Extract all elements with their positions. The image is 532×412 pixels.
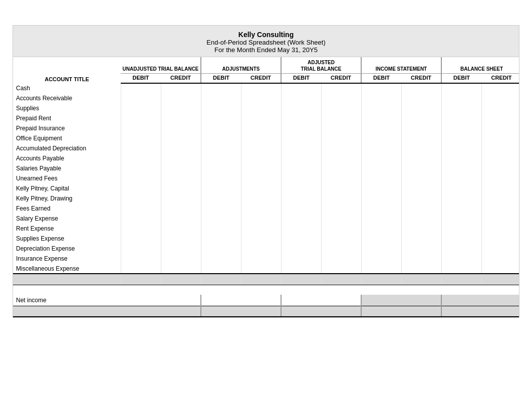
data-cell: [121, 234, 161, 244]
table-wrapper: ACCOUNT TITLE UNADJUSTED TRIAL BALANCE A…: [13, 57, 519, 317]
data-cell: [161, 214, 201, 224]
data-cell: [481, 173, 519, 183]
total-cell: [241, 274, 281, 285]
total-cell: [281, 274, 321, 285]
table-row: Rent Expense: [13, 224, 519, 234]
data-cell: [321, 214, 361, 224]
data-cell: [361, 93, 401, 103]
data-cell: [281, 234, 321, 244]
data-cell: [321, 173, 361, 183]
total-cell: [481, 274, 519, 285]
adj-credit-header: CREDIT: [241, 74, 281, 84]
income-stmt-header: INCOME STATEMENT: [361, 57, 441, 74]
data-cell: [281, 264, 321, 274]
data-cell: [241, 83, 281, 93]
data-cell: [281, 123, 321, 133]
data-cell: [321, 123, 361, 133]
account-name-cell: Rent Expense: [13, 224, 121, 234]
data-cell: [121, 183, 161, 193]
data-cell: [241, 153, 281, 163]
account-name-cell: Unearned Fees: [13, 173, 121, 183]
data-cell: [401, 254, 441, 264]
data-cell: [121, 103, 161, 113]
account-name-cell: Kelly Pitney, Capital: [13, 183, 121, 193]
data-cell: [161, 234, 201, 244]
page: Kelly Consulting End-of-Period Spreadshe…: [0, 0, 532, 412]
total-cell: [161, 274, 201, 285]
data-cell: [401, 83, 441, 93]
net-income-total-cell: [481, 306, 519, 317]
table-row: Unearned Fees: [13, 173, 519, 183]
data-cell: [241, 123, 281, 133]
data-cell: [321, 183, 361, 193]
period: For the Month Ended May 31, 20Y5: [13, 46, 519, 54]
data-cell: [361, 163, 401, 173]
data-cell: [441, 264, 481, 274]
data-cell: [201, 254, 241, 264]
data-cell: [161, 143, 201, 153]
data-cell: [441, 163, 481, 173]
data-cell: [121, 264, 161, 274]
data-cell: [481, 123, 519, 133]
data-cell: [401, 183, 441, 193]
data-cell: [401, 93, 441, 103]
data-cell: [281, 224, 321, 234]
data-cell: [281, 143, 321, 153]
header-section: Kelly Consulting End-of-Period Spreadshe…: [13, 26, 519, 57]
table-row: Office Equipment: [13, 133, 519, 143]
net-income-cell: [441, 295, 481, 306]
data-cell: [161, 173, 201, 183]
data-cell: [161, 153, 201, 163]
data-cell: [361, 203, 401, 214]
data-cell: [481, 103, 519, 113]
data-cell: [321, 234, 361, 244]
total-row: [13, 274, 519, 285]
data-cell: [441, 103, 481, 113]
data-cell: [241, 163, 281, 173]
data-cell: [201, 234, 241, 244]
account-title-col-header: ACCOUNT TITLE: [13, 57, 121, 83]
net-income-cell: [361, 295, 401, 306]
table-row: Cash: [13, 83, 519, 93]
data-cell: [361, 103, 401, 113]
data-cell: [161, 133, 201, 143]
data-cell: [321, 254, 361, 264]
data-cell: [361, 183, 401, 193]
table-row: Kelly Pitney, Drawing: [13, 193, 519, 203]
account-name-cell: Prepaid Rent: [13, 113, 121, 123]
data-cell: [441, 244, 481, 254]
data-cell: [201, 193, 241, 203]
data-cell: [161, 163, 201, 173]
data-cell: [321, 103, 361, 113]
total-cell: [201, 274, 241, 285]
data-cell: [241, 143, 281, 153]
data-cell: [361, 193, 401, 203]
data-cell: [121, 193, 161, 203]
data-cell: [241, 193, 281, 203]
data-cell: [241, 103, 281, 113]
data-cell: [361, 214, 401, 224]
data-cell: [361, 133, 401, 143]
data-cell: [201, 163, 241, 173]
data-cell: [481, 153, 519, 163]
data-cell: [481, 214, 519, 224]
net-income-cell: [481, 295, 519, 306]
data-cell: [441, 143, 481, 153]
data-cell: [281, 93, 321, 103]
total-cell: [441, 274, 481, 285]
total-cell: [321, 274, 361, 285]
data-cell: [281, 214, 321, 224]
data-cell: [121, 93, 161, 103]
data-cell: [401, 193, 441, 203]
total-cell: [361, 274, 401, 285]
data-cell: [401, 173, 441, 183]
net-income-total-cell: [441, 306, 481, 317]
data-cell: [401, 203, 441, 214]
data-cell: [321, 193, 361, 203]
account-name-cell: Accounts Receivable: [13, 93, 121, 103]
data-cell: [481, 163, 519, 173]
data-cell: [361, 113, 401, 123]
data-cell: [281, 83, 321, 93]
data-cell: [161, 193, 201, 203]
data-cell: [121, 113, 161, 123]
